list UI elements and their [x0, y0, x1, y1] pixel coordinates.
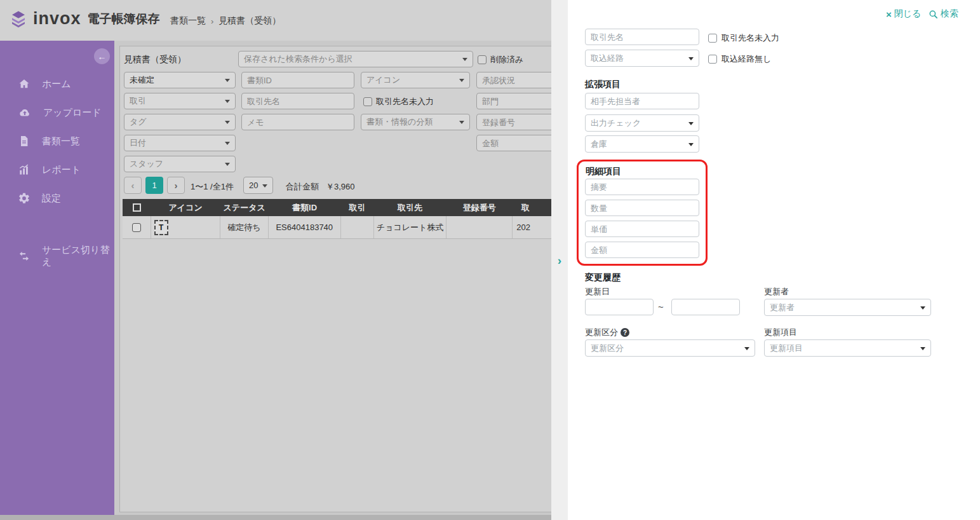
horizontal-scrollbar[interactable]: [0, 515, 551, 520]
total-amount-value: ￥3,960: [326, 181, 355, 193]
column-header-registration[interactable]: 登録番号: [446, 199, 513, 216]
collapse-sidebar-button[interactable]: ←: [94, 48, 110, 64]
sidebar-item-upload[interactable]: アップロード: [0, 102, 114, 123]
icon-select[interactable]: アイコン: [361, 72, 470, 88]
sidebar-item-report[interactable]: レポート: [0, 159, 114, 181]
import-route-select[interactable]: 取込経路: [585, 50, 699, 67]
question-circle-icon[interactable]: ?: [621, 328, 629, 337]
vendor-empty-checkbox[interactable]: 取引先名未入力: [363, 96, 434, 107]
total-amount-label: 合計金額: [286, 181, 319, 193]
chevron-right-icon: ›: [558, 254, 561, 268]
updated-date-label: 更新日: [585, 286, 610, 298]
route-none-checkbox[interactable]: 取込経路無し: [708, 53, 771, 65]
sidebar-item-label: アップロード: [43, 107, 102, 119]
status-select-value: 未確定: [130, 74, 154, 86]
dropdown-caret-icon: [459, 121, 464, 124]
sidebar-item-label: 設定: [42, 193, 61, 205]
updater-select[interactable]: 更新者: [764, 299, 931, 316]
dropdown-caret-icon: [225, 100, 230, 103]
update-item-select[interactable]: 更新項目: [764, 339, 931, 357]
close-panel-button[interactable]: × 閉じる: [886, 8, 921, 20]
memo-input[interactable]: [241, 114, 354, 130]
chevron-right-icon: ›: [175, 180, 178, 191]
column-header-clipped[interactable]: 取: [513, 199, 551, 216]
panel-vendor-empty-checkbox[interactable]: 取引先名未入力: [708, 32, 779, 44]
department-input[interactable]: [476, 93, 551, 109]
line-amount-input[interactable]: [585, 242, 699, 258]
sidebar: ← ホーム アップロード: [0, 41, 114, 515]
updated-date-to-input[interactable]: [671, 299, 740, 315]
column-header-transaction[interactable]: 取引: [340, 199, 373, 216]
summary-input[interactable]: [585, 179, 699, 195]
vendor-name-input[interactable]: [241, 93, 354, 109]
magnifier-icon: [929, 10, 938, 19]
tag-select-placeholder: タグ: [130, 116, 147, 128]
column-header-status[interactable]: ステータス: [220, 199, 269, 216]
sidebar-item-settings[interactable]: 設定: [0, 188, 114, 209]
import-route-placeholder: 取込経路: [591, 53, 624, 64]
row-select-cell: [123, 216, 151, 238]
unit-price-input[interactable]: [585, 221, 699, 237]
logo-suffix: 電子帳簿保存: [88, 11, 160, 27]
logo[interactable]: invox 電子帳簿保存: [9, 9, 160, 29]
date-select[interactable]: 日付: [124, 135, 236, 151]
dropdown-caret-icon: [744, 347, 749, 350]
vendor-empty-checkbox-label: 取引先名未入力: [376, 96, 434, 107]
output-check-placeholder: 出力チェック: [591, 118, 641, 129]
per-page-select[interactable]: 20: [243, 177, 273, 194]
registration-number-input[interactable]: [476, 114, 551, 130]
route-none-label: 取込経路無し: [722, 53, 771, 65]
home-icon: [18, 78, 30, 90]
column-header-doc-id[interactable]: 書類ID: [269, 199, 341, 216]
amount-input[interactable]: [476, 135, 551, 151]
prev-page-button[interactable]: ‹: [124, 177, 142, 194]
column-header-vendor[interactable]: 取引先: [374, 199, 446, 216]
select-all-checkbox[interactable]: [133, 203, 141, 212]
table-row[interactable]: T 確定待ち ES6404183740 チョコレート株式 202: [123, 216, 551, 239]
updated-date-from-input[interactable]: [585, 299, 654, 315]
row-transaction-cell: [341, 216, 374, 238]
sidebar-item-label: レポート: [42, 164, 81, 176]
search-button[interactable]: 検索: [929, 8, 958, 20]
transaction-select[interactable]: 取引: [124, 93, 236, 109]
breadcrumb-separator-icon: ›: [211, 17, 213, 26]
classification-select[interactable]: 書類・情報の分類: [361, 114, 470, 130]
update-type-select[interactable]: 更新区分: [585, 339, 755, 357]
expand-panel-button[interactable]: ›: [553, 253, 566, 268]
next-page-button[interactable]: ›: [167, 177, 185, 194]
row-vendor-cell: チョコレート株式: [374, 216, 446, 238]
page-1-button[interactable]: 1: [145, 177, 163, 194]
update-type-label: 更新区分: [585, 327, 618, 338]
column-header-icon[interactable]: アイコン: [151, 199, 220, 216]
deleted-checkbox-label: 削除済み: [490, 54, 523, 65]
staff-select[interactable]: スタッフ: [124, 156, 236, 172]
saved-search-select[interactable]: 保存された検索条件から選択: [238, 51, 473, 67]
row-clipped-cell: 202: [513, 216, 551, 238]
panel-vendor-name-input[interactable]: [585, 29, 699, 45]
checkbox-icon: [708, 34, 717, 43]
dropdown-caret-icon: [225, 121, 230, 124]
doc-type-label: 見積書（受領）: [124, 54, 186, 65]
invox-logo-icon: [9, 10, 28, 29]
warehouse-select[interactable]: 倉庫: [585, 135, 699, 153]
deleted-checkbox[interactable]: 削除済み: [478, 54, 523, 65]
sidebar-item-home[interactable]: ホーム: [0, 73, 114, 95]
updater-placeholder: 更新者: [770, 302, 795, 313]
switch-service-icon: [18, 250, 30, 263]
dropdown-caret-icon: [920, 306, 925, 310]
status-select[interactable]: 未確定: [124, 72, 236, 88]
text-frame-icon: T: [154, 220, 168, 235]
sidebar-item-switch-service[interactable]: サービス切り替え: [0, 245, 114, 267]
breadcrumb-parent[interactable]: 書類一覧: [170, 15, 206, 27]
date-select-placeholder: 日付: [130, 137, 146, 149]
contact-person-input[interactable]: [585, 93, 699, 109]
dropdown-caret-icon: [459, 79, 464, 82]
document-list-content: 見積書（受領） 保存された検索条件から選択 削除済み 未確定 アイコン: [114, 41, 551, 515]
doc-id-input[interactable]: [241, 72, 354, 88]
sidebar-item-documents[interactable]: 書類一覧: [0, 130, 114, 152]
quantity-input[interactable]: [585, 200, 699, 216]
row-checkbox[interactable]: [132, 223, 141, 232]
approval-status-input[interactable]: [476, 72, 551, 88]
tag-select[interactable]: タグ: [124, 114, 236, 130]
output-check-select[interactable]: 出力チェック: [585, 114, 699, 132]
